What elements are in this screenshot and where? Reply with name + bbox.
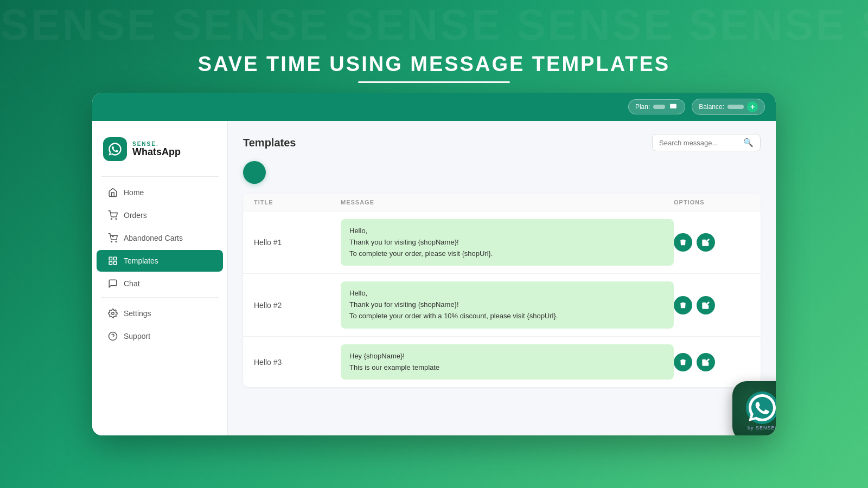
edit-button[interactable]: [697, 233, 715, 252]
message-line-2: This is our example template: [349, 362, 665, 374]
row-options: [674, 296, 750, 314]
plan-pill: Plan:: [628, 99, 685, 114]
table-row: Hello #3 Hey {shopName}! This is our exa…: [243, 337, 761, 388]
message-line-2: Thank you for visiting {shopName}!: [349, 237, 665, 248]
sidebar-item-orders[interactable]: Orders: [97, 204, 223, 226]
table-header: TITLE MESSAGE OPTIONS: [243, 194, 761, 211]
plan-dots: [653, 105, 665, 109]
message-line-3: To complete your order with a 10% discou…: [349, 311, 665, 322]
svg-point-3: [111, 241, 112, 242]
svg-rect-7: [109, 257, 112, 260]
svg-rect-9: [109, 262, 112, 265]
sidebar-item-support[interactable]: Support: [97, 325, 223, 347]
logo-whatsapp-label: WhatsApp: [132, 147, 181, 158]
sidebar-item-support-label: Support: [124, 332, 150, 341]
message-line-1: Hello,: [349, 226, 665, 237]
edit-button[interactable]: [697, 353, 715, 371]
top-bar: Plan: Balance: +: [92, 93, 776, 121]
message-bubble: Hey {shopName}! This is our example temp…: [341, 344, 674, 380]
whatsapp-float-icon: by SENSE.: [732, 381, 776, 435]
headline: SAVE TIME USING MESSAGE TEMPLATES: [198, 53, 670, 76]
balance-pill: Balance: +: [692, 99, 765, 115]
orders-icon: [107, 210, 118, 221]
table-row: Hello #2 Hello, Thank you for visiting {…: [243, 274, 761, 336]
templates-table: TITLE MESSAGE OPTIONS Hello #1 Hello, Th…: [243, 194, 761, 387]
logo-text: SENSE. WhatsApp: [132, 141, 181, 158]
message-bubble: Hello, Thank you for visiting {shopName}…: [341, 219, 674, 266]
by-sense-label: by SENSE.: [748, 425, 776, 431]
main-content: Templates 🔍 TITLE MESSAGE OPTIONS: [228, 121, 776, 435]
sidebar-item-templates[interactable]: Templates: [97, 250, 223, 272]
row-title: Hello #1: [254, 238, 341, 247]
balance-label: Balance:: [699, 103, 724, 111]
col-options: OPTIONS: [674, 199, 750, 206]
abandoned-carts-icon: [107, 233, 118, 243]
logo-icon: [103, 137, 127, 161]
svg-point-4: [116, 241, 117, 242]
headline-underline: [358, 81, 510, 83]
row-title: Hello #2: [254, 301, 341, 310]
delete-button[interactable]: [674, 233, 692, 252]
sidebar-item-settings[interactable]: Settings: [97, 303, 223, 324]
row-title: Hello #3: [254, 358, 341, 367]
templates-icon: [107, 255, 118, 266]
support-icon: [107, 331, 118, 342]
sidebar-item-home[interactable]: Home: [97, 182, 223, 203]
message-bubble: Hello, Thank you for visiting {shopName}…: [341, 281, 674, 328]
sidebar-item-home-label: Home: [124, 188, 144, 197]
sidebar-divider: [101, 176, 219, 177]
svg-rect-8: [114, 257, 117, 260]
message-line-2: Thank you for visiting {shopName}!: [349, 299, 665, 311]
delete-button[interactable]: [674, 296, 692, 314]
plan-label: Plan:: [635, 103, 650, 111]
col-title: TITLE: [254, 199, 341, 206]
sidebar-item-abandoned-carts-label: Abandoned Carts: [124, 234, 183, 242]
svg-rect-0: [670, 104, 676, 108]
svg-point-2: [116, 219, 117, 220]
plan-icon: [668, 102, 678, 112]
search-icon[interactable]: 🔍: [743, 138, 754, 147]
svg-point-11: [112, 312, 114, 315]
table-row: Hello #1 Hello, Thank you for visiting {…: [243, 211, 761, 274]
page-title: Templates: [243, 137, 296, 149]
edit-button[interactable]: [697, 296, 715, 314]
sidebar: SENSE. WhatsApp Home: [92, 121, 228, 435]
outer-container: SAVE TIME USING MESSAGE TEMPLATES Plan: …: [65, 53, 803, 435]
page-header: Templates 🔍: [243, 134, 761, 151]
logo-sense-label: SENSE.: [132, 141, 181, 147]
sidebar-item-settings-label: Settings: [124, 309, 151, 318]
delete-button[interactable]: [674, 353, 692, 371]
sidebar-item-chat[interactable]: Chat: [97, 273, 223, 294]
row-options: [674, 353, 750, 371]
sidebar-logo: SENSE. WhatsApp: [92, 132, 227, 174]
svg-point-1: [111, 219, 112, 220]
balance-dots: [727, 105, 744, 109]
add-template-button[interactable]: [243, 161, 266, 184]
sidebar-item-templates-label: Templates: [124, 256, 158, 265]
sidebar-item-orders-label: Orders: [124, 211, 147, 220]
message-line-1: Hey {shopName}!: [349, 351, 665, 362]
search-box[interactable]: 🔍: [652, 134, 761, 151]
settings-icon: [107, 308, 118, 319]
balance-add-button[interactable]: +: [747, 101, 758, 112]
sidebar-divider-2: [101, 297, 219, 298]
message-line-3: To complete your order, please visit {sh…: [349, 248, 665, 260]
app-window: Plan: Balance: +: [92, 93, 776, 435]
sidebar-item-abandoned-carts[interactable]: Abandoned Carts: [97, 227, 223, 249]
message-line-1: Hello,: [349, 288, 665, 299]
sidebar-item-chat-label: Chat: [124, 279, 140, 288]
row-options: [674, 233, 750, 252]
search-input[interactable]: [659, 139, 739, 147]
col-message: MESSAGE: [341, 199, 674, 206]
home-icon: [107, 187, 118, 198]
app-body: SENSE. WhatsApp Home: [92, 121, 776, 435]
svg-rect-10: [114, 262, 117, 265]
chat-icon: [107, 278, 118, 289]
